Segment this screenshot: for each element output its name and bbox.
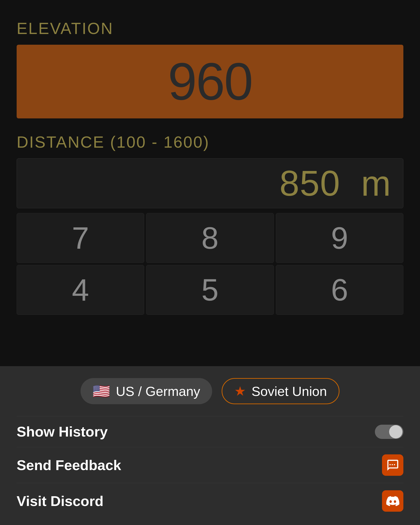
us-germany-button[interactable]: 🇺🇸 US / Germany <box>81 378 212 404</box>
show-history-row: Show History <box>17 416 403 447</box>
numpad-grid: 7 8 9 4 5 6 <box>17 213 403 315</box>
chat-icon <box>386 459 399 472</box>
elevation-label: ELEVATION <box>17 19 403 38</box>
soviet-union-button[interactable]: ★ Soviet Union <box>222 378 340 404</box>
numpad-9[interactable]: 9 <box>276 213 403 263</box>
distance-display: 850 m <box>17 158 403 208</box>
send-feedback-label: Send Feedback <box>17 457 121 473</box>
numpad-6[interactable]: 6 <box>276 265 403 315</box>
numpad-5[interactable]: 5 <box>146 265 274 315</box>
us-germany-label: US / Germany <box>116 384 200 399</box>
send-feedback-button[interactable] <box>382 454 403 476</box>
send-feedback-row: Send Feedback <box>17 447 403 483</box>
elevation-display: 960 <box>17 45 403 118</box>
visit-discord-label: Visit Discord <box>17 493 104 509</box>
us-flag-icon: 🇺🇸 <box>92 383 110 400</box>
distance-value: 850 m <box>279 163 391 204</box>
numpad-8[interactable]: 8 <box>146 213 274 263</box>
soviet-star-icon: ★ <box>234 384 246 399</box>
top-section: ELEVATION 960 DISTANCE (100 - 1600) 850 … <box>0 0 420 366</box>
discord-icon <box>386 495 399 508</box>
bottom-section: 🇺🇸 US / Germany ★ Soviet Union Show Hist… <box>0 366 420 525</box>
visit-discord-row: Visit Discord <box>17 483 403 519</box>
numpad-4[interactable]: 4 <box>17 265 144 315</box>
show-history-toggle[interactable] <box>375 425 403 439</box>
numpad-7[interactable]: 7 <box>17 213 144 263</box>
elevation-value: 960 <box>168 52 252 112</box>
visit-discord-button[interactable] <box>382 490 403 512</box>
toggle-thumb <box>389 425 402 439</box>
soviet-union-label: Soviet Union <box>252 384 327 399</box>
distance-label: DISTANCE (100 - 1600) <box>17 133 403 151</box>
team-selector: 🇺🇸 US / Germany ★ Soviet Union <box>17 378 403 404</box>
show-history-label: Show History <box>17 423 108 440</box>
